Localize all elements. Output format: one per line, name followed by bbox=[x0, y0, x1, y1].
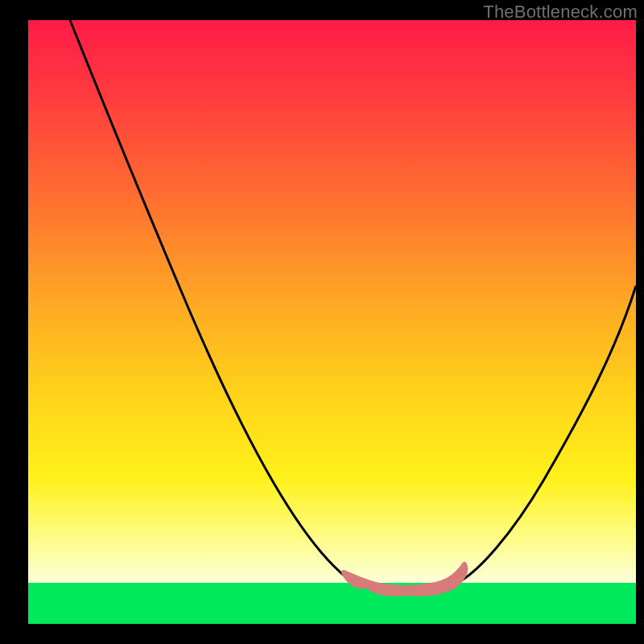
chart-frame: TheBottleneck.com bbox=[0, 0, 644, 644]
highlight-region bbox=[344, 564, 465, 594]
plot-area bbox=[28, 20, 636, 624]
bottleneck-curve bbox=[28, 20, 636, 624]
curve-path bbox=[70, 20, 636, 591]
